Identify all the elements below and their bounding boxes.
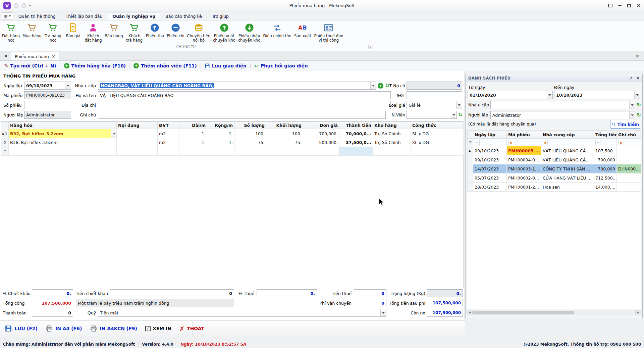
exit-button[interactable]: ✗THOÁT [179, 325, 204, 332]
ma-phieu-field[interactable]: PMH00005-091023 [24, 91, 71, 99]
contains-filter-icon[interactable]: a [618, 140, 623, 145]
list-item[interactable]: 28/03/2023 PMH00001-2... Hoa sen 14,000,… [468, 183, 641, 192]
column-header-ghi-chu[interactable]: Ghi chú [617, 131, 641, 139]
cell-ngay-lap[interactable]: 28/03/2023 [473, 183, 507, 192]
cell-thanh-tien[interactable]: 37,500,0... [339, 138, 373, 147]
cell-thanh-tien[interactable] [339, 147, 373, 156]
filter-ngay-lap[interactable]: = [473, 139, 507, 146]
cell-ma-phieu[interactable]: PMH00001-2... [507, 183, 541, 192]
new-row[interactable]: * [1, 147, 464, 156]
print-a4kcn-button[interactable]: IN A4KCN (F9) [90, 325, 137, 332]
quy-field[interactable]: Tiền mặt [98, 309, 386, 317]
sdt-field[interactable] [407, 91, 462, 99]
cell-so-luong[interactable]: 100. [234, 129, 266, 138]
column-header-dai[interactable]: Dài/m [179, 122, 207, 129]
cell-tong-tien[interactable]: 14,000,... [594, 183, 617, 192]
ribbon-item-phieu-thu[interactable]: Phiếu thu [145, 21, 166, 39]
filter-tong-tien[interactable]: = [594, 139, 617, 146]
ribbon-item-tra-hang-ncc[interactable]: Trả hàng ncc [43, 21, 63, 44]
cell-tong-tien[interactable]: 107,500... [594, 146, 617, 155]
n-vien-field[interactable] [407, 111, 457, 119]
den-ngay-field[interactable]: 10/10/2023 [554, 91, 640, 99]
cell-nha-cung-cap[interactable]: CỬA HÀNG VẬT LIỆU ... [541, 173, 594, 183]
refresh-supplier-filter-icon[interactable]: ↻ [636, 102, 642, 108]
cell-ma-phieu[interactable]: PMH00004-0... [507, 155, 541, 164]
cell-ghi-chu[interactable] [617, 155, 641, 164]
cell-don-gia[interactable]: 700,000. [303, 129, 339, 138]
cell-rong[interactable] [207, 147, 234, 156]
ribbon-item-san-xuat[interactable]: ABSản xuất [292, 21, 313, 39]
column-header-hang-hoa[interactable]: Hàng hóa [9, 122, 117, 129]
close-document-button[interactable]: × [636, 53, 639, 58]
print-a4-button[interactable]: IN A4 (F6) [46, 325, 82, 332]
cell-hang-hoa[interactable]: B32, Bạt hiflex 3.2zem [9, 129, 117, 138]
menu-tab-quan-tri-he-thong[interactable]: Quản trị hệ thống [14, 12, 60, 20]
cell-ghi-chu[interactable] [617, 183, 641, 192]
ribbon-item-phieu-nhap-chuyen-kho[interactable]: Phiếu nhập chuyển kho [237, 21, 262, 44]
cell-noi-dung[interactable] [117, 129, 158, 138]
cell-kho-hang[interactable]: Trụ Sở Chính [373, 138, 411, 147]
tu-ngay-field[interactable]: 01/10/2020 [468, 91, 553, 99]
menu-launcher-button[interactable]: ▦ ▾ [2, 12, 13, 19]
horizontal-scrollbar[interactable]: ◂ ▸ [467, 310, 641, 315]
panel-nha-ccap-field[interactable] [490, 101, 635, 109]
refresh-user-filter-icon[interactable]: ↻ [636, 112, 642, 118]
cell-ngay-lap[interactable]: 14/07/2023 [473, 164, 507, 173]
close-tab-icon[interactable]: × [52, 54, 55, 59]
nha-ccap-field[interactable]: HOANGBAO, VẬT LIỆU QUẢNG CÁO HOÀNG BẢO, [98, 82, 376, 90]
menu-tab-quan-ly-nghiep-vu[interactable]: Quản lý nghiệp vụ [108, 12, 160, 20]
cell-noi-dung[interactable] [117, 138, 158, 147]
filter-funnel-cell[interactable] [468, 139, 473, 146]
contains-filter-icon[interactable]: a [543, 140, 548, 145]
list-item[interactable]: ▶ 09/10/2023 PMH00005-... VẬT LIỆU QUẢNG… [468, 146, 641, 155]
cell-ngay-lap[interactable]: 09/10/2023 [473, 155, 507, 164]
new-record-button[interactable]: ✎Tạo mới (Ctrl + N) [4, 63, 56, 69]
cell-kho-hang[interactable]: Trụ Sở Chính [373, 129, 411, 138]
ngay-lap-field[interactable]: 09/10/2023 [24, 82, 71, 90]
cell-tong-tien[interactable]: 700,000 [594, 164, 617, 173]
ribbon-item-phieu-chi[interactable]: Phiếu chi [165, 21, 185, 39]
cell-dvt[interactable]: m2 [158, 138, 179, 147]
ribbon-item-bao-gia[interactable]: Báo giá [63, 21, 83, 39]
scroll-left-icon[interactable]: ◂ [467, 310, 473, 315]
ghi-chu-field[interactable] [98, 111, 386, 119]
cell-ghi-chu[interactable] [617, 173, 641, 183]
cell-nha-cung-cap[interactable]: Hoa sen [541, 183, 594, 192]
cell-thanh-tien[interactable]: 70,000,0... [339, 129, 373, 138]
dropdown-icon[interactable] [65, 82, 71, 89]
panel-nguoi-lap-field[interactable]: Administrator [490, 111, 635, 119]
list-item-selected[interactable]: 14/07/2023 PMH00003-1... CÔNG TY TNHH SẢ… [468, 164, 641, 173]
ribbon-item-ban-hang[interactable]: Bán hàng [103, 21, 124, 39]
ribbon-item-mua-hang[interactable]: Mua hàng [21, 21, 43, 39]
menu-tab-bao-cao-thong-ke[interactable]: Báo cáo thống kê [161, 12, 207, 20]
dropdown-icon[interactable] [547, 91, 552, 99]
scrollbar-thumb[interactable] [473, 311, 574, 314]
filter-ghi-chu[interactable]: a [617, 139, 641, 146]
equals-filter-icon[interactable]: = [475, 140, 480, 145]
dropdown-icon[interactable] [629, 111, 635, 119]
search-button[interactable]: Tìm kiếm [610, 120, 640, 129]
cell-tong-tien[interactable]: 700,000 [594, 155, 617, 164]
close-button[interactable]: × [636, 3, 641, 8]
quick-access-caret-icon[interactable]: ▾ [29, 4, 31, 7]
cell-don-gia[interactable] [303, 147, 339, 156]
cell-noi-dung[interactable] [117, 147, 158, 156]
cell-ngay-lap[interactable]: 09/10/2023 [473, 146, 507, 155]
filter-ma-phieu[interactable]: a [507, 139, 541, 146]
cell-ma-phieu[interactable]: PMH00005-... [507, 146, 541, 155]
quick-access-button-2[interactable] [21, 3, 26, 8]
column-header-kho-hang[interactable]: Kho hàng [373, 122, 411, 129]
dropdown-icon[interactable] [380, 309, 386, 316]
cell-ghi-chu[interactable]: DHN000... [617, 164, 641, 173]
so-phieu-field[interactable] [24, 101, 71, 109]
column-header-so-luong[interactable]: Số lượng [234, 122, 266, 129]
cell-dai[interactable]: 1. [179, 129, 207, 138]
cell-so-luong[interactable]: 75. [234, 138, 266, 147]
ribbon-item-chuyen-tien-noi-bo[interactable]: Chuyển tiền nội bộ [186, 21, 212, 44]
equals-filter-icon[interactable]: = [595, 140, 600, 145]
cell-ngay-lap[interactable]: 05/07/2023 [473, 173, 507, 183]
column-header-khoi-luong[interactable]: Khối lượng [266, 122, 303, 129]
cell-hang-hoa[interactable] [9, 147, 117, 156]
cell-hang-hoa[interactable]: B36, Bạt hiflex 3.6zem [9, 138, 117, 147]
tien-chiet-khau-field[interactable]: 0 [110, 289, 234, 297]
